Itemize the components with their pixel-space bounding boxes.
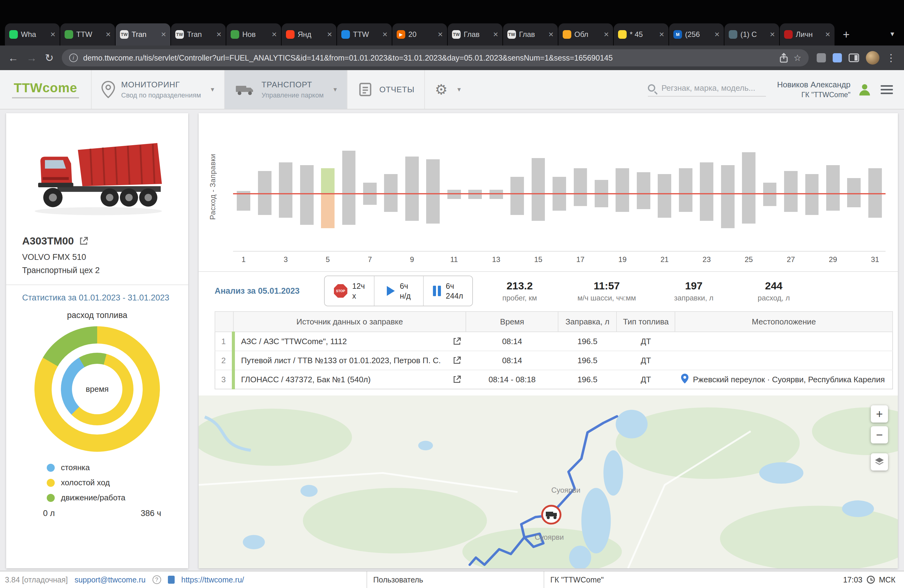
share-icon[interactable] (779, 53, 788, 63)
user-icon[interactable] (857, 82, 872, 98)
app-menu-icon[interactable] (880, 83, 893, 96)
browser-tab[interactable]: TTW (337, 24, 392, 46)
browser-tab[interactable]: (1) C (724, 24, 779, 46)
extension-icon[interactable] (817, 53, 826, 62)
chart-day-column[interactable] (444, 123, 465, 246)
browser-tab[interactable]: Личн (780, 24, 834, 46)
tab-close-icon[interactable] (327, 30, 332, 39)
profile-avatar[interactable] (866, 51, 879, 65)
browser-tab[interactable]: TW Глав (503, 24, 558, 46)
app-logo[interactable]: TTWcome (0, 70, 91, 109)
browser-tab[interactable]: ▶ 20 (392, 24, 447, 46)
external-link-icon[interactable] (453, 356, 461, 364)
chart-day-column[interactable] (549, 123, 570, 246)
help-icon[interactable] (153, 575, 161, 584)
browser-tab[interactable]: * 45 (614, 24, 669, 46)
chart-day-column[interactable] (507, 123, 528, 246)
chart-day-column[interactable] (528, 123, 548, 246)
vehicle-card-link-icon[interactable] (79, 237, 88, 245)
browser-tab[interactable]: TW Глав (448, 24, 503, 46)
chart-day-column[interactable] (844, 123, 864, 246)
external-link-icon[interactable] (453, 376, 461, 384)
zoom-out-button[interactable] (871, 426, 888, 443)
chart-day-column[interactable] (275, 123, 296, 246)
tab-close-icon[interactable] (548, 30, 553, 39)
site-link[interactable]: https://ttwcome.ru/ (182, 575, 244, 584)
search-icon (648, 84, 655, 92)
analysis-mode-button[interactable]: STOP 12чх (325, 276, 374, 306)
tab-close-icon[interactable] (770, 30, 775, 39)
chart-day-column[interactable] (696, 123, 717, 246)
tab-close-icon[interactable] (493, 30, 498, 39)
tab-close-icon[interactable] (659, 30, 664, 39)
site-info-icon[interactable]: i (69, 54, 78, 62)
browser-tab[interactable]: TW Tran (115, 24, 170, 46)
chart-day-column[interactable] (591, 123, 612, 246)
tab-close-icon[interactable] (604, 30, 609, 39)
address-bar[interactable]: i demo.ttwcome.ru/tis/servlet/Controller… (62, 49, 809, 66)
chart-day-column[interactable] (738, 123, 759, 246)
side-panel-icon[interactable] (849, 54, 859, 62)
tab-title: Глав (519, 30, 545, 39)
tab-close-icon[interactable] (438, 30, 443, 39)
chart-day-column[interactable] (317, 123, 338, 246)
route-map[interactable]: Суоярви Суоярви (199, 395, 898, 568)
new-tab-button[interactable] (838, 25, 855, 44)
tab-search-chevron-icon[interactable] (890, 30, 894, 38)
tab-close-icon[interactable] (217, 30, 221, 39)
chart-day-column[interactable] (254, 123, 275, 246)
browser-tab[interactable]: Нов (226, 24, 281, 46)
chart-day-column[interactable] (485, 123, 506, 246)
back-button[interactable]: ← (8, 52, 19, 63)
chart-day-column[interactable] (801, 123, 822, 246)
browser-tab[interactable]: TTW (60, 24, 115, 46)
chart-day-column[interactable] (570, 123, 591, 246)
nav-item-transport[interactable]: ТРАНСПОРТ Управление парком (224, 70, 347, 109)
tab-close-icon[interactable] (161, 30, 166, 39)
external-link-icon[interactable] (453, 337, 461, 345)
extension-icon-blue[interactable] (833, 53, 842, 62)
browser-menu-icon[interactable] (886, 53, 896, 63)
chart-day-column[interactable] (233, 123, 254, 246)
chart-day-column[interactable] (465, 123, 485, 246)
bookmark-star-icon[interactable] (793, 53, 801, 63)
chart-day-column[interactable] (717, 123, 738, 246)
forward-button[interactable]: → (27, 52, 37, 63)
chart-day-column[interactable] (759, 123, 780, 246)
chart-day-column[interactable] (633, 123, 654, 246)
analysis-mode-button[interactable]: 6ч244л (423, 276, 472, 306)
browser-tab[interactable]: Янд (282, 24, 337, 46)
settings-menu[interactable] (424, 70, 471, 109)
chart-day-column[interactable] (654, 123, 675, 246)
tab-close-icon[interactable] (825, 30, 830, 39)
layers-button[interactable] (871, 453, 888, 471)
nav-item-monitoring[interactable]: МОНИТОРИНГ Свод по подразделениям (91, 70, 224, 109)
nav-item-reports[interactable]: ОТЧЕТЫ (347, 70, 424, 109)
chart-day-column[interactable] (675, 123, 696, 246)
chart-day-column[interactable] (359, 123, 380, 246)
tab-close-icon[interactable] (714, 30, 719, 39)
support-link[interactable]: support@ttwcome.ru (74, 575, 145, 584)
zoom-in-button[interactable] (871, 405, 888, 422)
analysis-mode-button[interactable]: 6чн/д (374, 276, 423, 306)
chart-day-column[interactable] (380, 123, 401, 246)
reload-button[interactable]: ↻ (45, 52, 54, 63)
tab-close-icon[interactable] (51, 30, 55, 39)
chart-day-column[interactable] (296, 123, 317, 246)
chart-day-column[interactable] (822, 123, 844, 246)
tab-close-icon[interactable] (106, 30, 111, 39)
chart-day-column[interactable] (401, 123, 422, 246)
browser-tab[interactable]: Обл (558, 24, 613, 46)
chart-day-column[interactable] (338, 123, 359, 246)
chart-day-column[interactable] (612, 123, 633, 246)
chart-day-column[interactable] (781, 123, 801, 246)
tab-close-icon[interactable] (272, 30, 277, 39)
browser-tab[interactable]: TW Tran (171, 24, 226, 46)
chart-day-column[interactable] (864, 123, 885, 246)
browser-tab[interactable]: Wha (5, 24, 60, 46)
tab-close-icon[interactable] (382, 30, 387, 39)
chart-day-column[interactable] (422, 123, 443, 246)
search-input[interactable] (660, 83, 766, 93)
browser-tab[interactable]: M (256 (669, 24, 724, 46)
truck-marker[interactable] (542, 506, 561, 524)
